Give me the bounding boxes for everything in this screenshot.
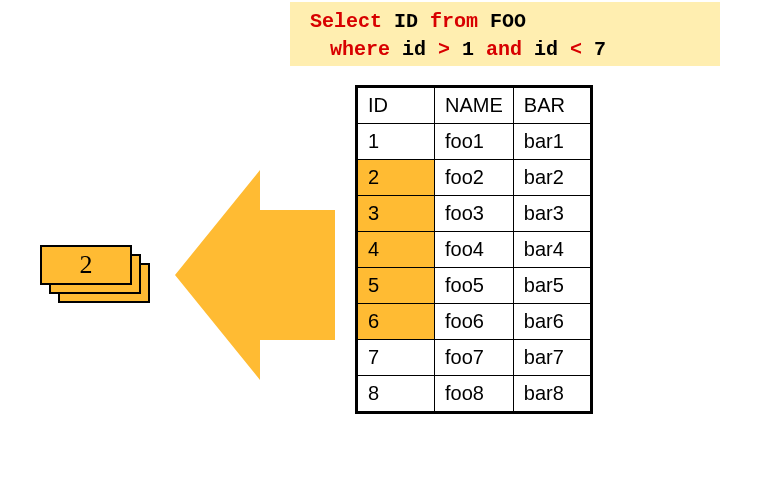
sql-keyword: from [430,10,490,33]
table-cell: 2 [357,160,435,196]
table-row: 5foo5bar5 [357,268,592,304]
table-cell: foo6 [435,304,514,340]
table-row: 6foo6bar6 [357,304,592,340]
table-cell: bar8 [513,376,591,413]
table-cell: foo1 [435,124,514,160]
left-arrow-icon [165,170,345,380]
table-row: 4foo4bar4 [357,232,592,268]
table-cell: foo4 [435,232,514,268]
table-row: 1foo1bar1 [357,124,592,160]
table-cell: 1 [357,124,435,160]
table-cell: bar5 [513,268,591,304]
table-cell: 7 [357,340,435,376]
table-cell: 6 [357,304,435,340]
sql-keyword: < [570,38,594,61]
table-cell: 8 [357,376,435,413]
sql-keyword: Select [310,10,394,33]
sql-identifier: id [402,38,438,61]
sql-identifier: 1 [462,38,486,61]
sql-identifier: 7 [594,38,606,61]
data-table: IDNAMEBAR1foo1bar12foo2bar23foo3bar34foo… [355,85,593,414]
result-card-front: 2 [40,245,132,285]
table-row: 3foo3bar3 [357,196,592,232]
sql-identifier: id [534,38,570,61]
sql-line-1: Select ID from FOO [310,8,700,36]
table-header-cell: ID [357,87,435,124]
sql-line-2: where id > 1 and id < 7 [310,36,700,64]
table-row: 2foo2bar2 [357,160,592,196]
result-card-stack: 2 [40,245,150,305]
sql-keyword: where [330,38,402,61]
table-header-cell: BAR [513,87,591,124]
sql-query-box: Select ID from FOO where id > 1 and id <… [290,2,720,66]
sql-identifier: FOO [490,10,526,33]
table-cell: 3 [357,196,435,232]
svg-marker-0 [175,170,335,380]
sql-keyword: and [486,38,534,61]
table-cell: bar1 [513,124,591,160]
sql-keyword: > [438,38,462,61]
table-cell: 5 [357,268,435,304]
table-row: 8foo8bar8 [357,376,592,413]
table-cell: foo5 [435,268,514,304]
table-cell: foo2 [435,160,514,196]
table-header-cell: NAME [435,87,514,124]
table-cell: foo8 [435,376,514,413]
table-row: 7foo7bar7 [357,340,592,376]
table-cell: bar4 [513,232,591,268]
table-cell: bar2 [513,160,591,196]
table-cell: bar3 [513,196,591,232]
result-card-value: 2 [80,250,93,280]
table-cell: foo3 [435,196,514,232]
table-cell: bar7 [513,340,591,376]
table-cell: 4 [357,232,435,268]
table-cell: foo7 [435,340,514,376]
sql-identifier: ID [394,10,430,33]
table-cell: bar6 [513,304,591,340]
